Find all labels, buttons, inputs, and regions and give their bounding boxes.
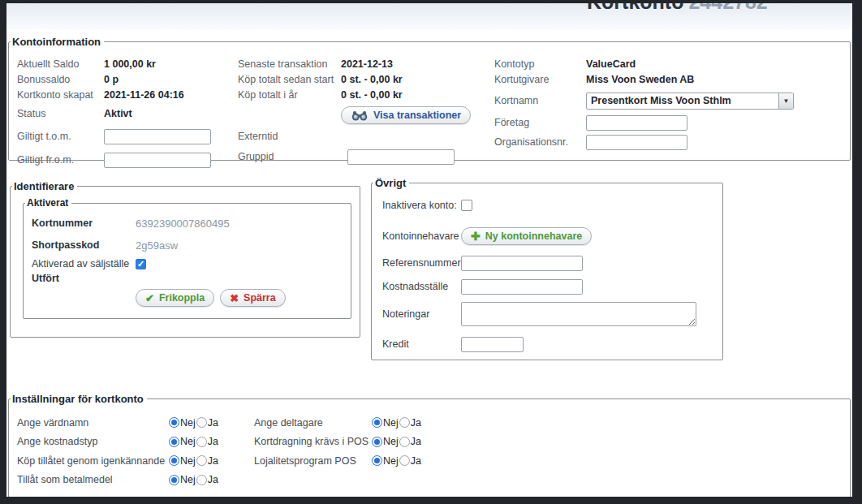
aktuellt-saldo-value: 1 000,00 kr (104, 58, 156, 70)
visa-transaktioner-button[interactable]: Visa transaktioner (341, 106, 471, 124)
account-number: 2442782 (688, 3, 767, 13)
ovrigt-legend: Övrigt (373, 177, 409, 189)
kortutgivare-row: Kortutgivare Miss Voon Sweden AB (494, 71, 848, 87)
kop-totalt-i-ar-row: Köp totalt i år 0 st. - 0,00 kr (238, 87, 498, 102)
frikoppla-button[interactable]: ✔ Frikoppla (136, 289, 214, 307)
ny-kontoinnehavare-button[interactable]: ✚ Ny kontoinnehavare (461, 227, 592, 245)
installningar-section: Inställningar för kortkonto Ange värdnam… (8, 393, 851, 497)
shortpasskod-label: Shortpasskod (32, 239, 136, 251)
gruppid-row: Gruppid (238, 149, 498, 165)
ange-vardnamn-radio-ja[interactable] (196, 417, 207, 428)
kortnamn-row: Kortnamn Presentkort Miss Voon Sthlm ▼ (494, 92, 848, 110)
ange-kostnadstyp-row: Ange kostnadstyp Nej Ja (17, 433, 219, 452)
giltigt-tom-label: Giltigt t.o.m. (17, 131, 104, 142)
installningar-column-1: Ange värdnamn Nej Ja Ange kostnadstyp Ne… (17, 413, 219, 489)
lojalitetsprogram-pos-radio-ja[interactable] (399, 455, 410, 466)
kortdragning-kravs-row: Kortdragning krävs i POS Nej Ja (254, 433, 422, 452)
kostnadsstalle-input[interactable] (461, 279, 583, 295)
kontoinnehavare-label: Kontoinnehavare (382, 230, 461, 242)
kop-totalt-i-ar-value: 0 st. - 0,00 kr (341, 89, 403, 101)
noteringar-label: Noteringar (382, 308, 461, 320)
kortnamn-dropdown-button[interactable]: ▼ (778, 93, 793, 109)
tillat-som-betalmedel-radio-nej[interactable] (169, 475, 179, 485)
kontoinformation-section: Kontoinformation Aktuellt Saldo 1 000,00… (8, 36, 851, 161)
installningar-column-2: Ange deltagare Nej Ja Kortdragning krävs… (254, 413, 422, 471)
kredit-label: Kredit (382, 338, 461, 350)
visa-transaktioner-label: Visa transaktioner (373, 110, 461, 121)
aktiverat-legend: Aktiverat (25, 197, 71, 209)
aktiverat-buttons-row: ✔ Frikoppla ✖ Spärra (136, 289, 351, 307)
ange-deltagare-row: Ange deltagare Nej Ja (254, 413, 422, 433)
sparra-label: Spärra (244, 292, 276, 304)
organisationsnr-input[interactable] (586, 135, 687, 150)
kortnummer-value: 6392390007860495 (136, 218, 230, 230)
ny-kontoinnehavare-label: Ny kontoinnehavare (485, 230, 582, 242)
ovrigt-section: Övrigt Inaktivera konto: Kontoinnehavare… (371, 177, 723, 360)
kortkonto-skapat-value: 2021-11-26 04:16 (104, 89, 184, 101)
ange-vardnamn-row: Ange värdnamn Nej Ja (17, 413, 219, 433)
radio-nej-label: Nej (383, 417, 399, 429)
kop-totalt-i-ar-label: Köp totalt i år (238, 89, 341, 101)
ange-kostnadstyp-radio-nej[interactable] (169, 437, 179, 447)
kortdragning-kravs-radio-nej[interactable] (372, 437, 382, 447)
kontoinformation-column-3: Kontotyp ValueCard Kortutgivare Miss Voo… (494, 56, 848, 150)
senaste-transaktion-value: 2021-12-13 (341, 58, 393, 70)
kredit-row: Kredit (382, 336, 722, 352)
kop-tillatet-radio-nej[interactable] (169, 455, 179, 466)
kop-tillatet-label: Köp tillåtet genom igenkännande (17, 455, 169, 467)
radio-ja-label: Ja (208, 417, 218, 429)
ange-vardnamn-radio-nej[interactable] (169, 417, 179, 428)
tillat-som-betalmedel-row: Tillåt som betalmedel Nej Ja (17, 471, 219, 490)
radio-nej-label: Nej (383, 436, 399, 447)
aktiverat-subsection: Aktiverat Kortnummer 6392390007860495 Sh… (23, 197, 351, 319)
plus-icon: ✚ (471, 230, 481, 243)
gruppid-input[interactable] (347, 149, 455, 165)
lojalitetsprogram-pos-label: Lojalitetsprogram POS (254, 455, 372, 467)
status-row: Status Aktivt (17, 106, 236, 121)
shortpasskod-value: 2g59asw (136, 239, 178, 252)
lojalitetsprogram-pos-radio-nej[interactable] (372, 455, 382, 466)
kortdragning-kravs-radio-ja[interactable] (399, 437, 410, 447)
chevron-down-icon: ▼ (783, 97, 790, 105)
radio-ja-label: Ja (411, 436, 421, 447)
status-value: Aktivt (104, 108, 132, 119)
tillat-som-betalmedel-label: Tillåt som betalmedel (17, 474, 169, 485)
referensnummer-row: Referensnummer (382, 255, 722, 271)
giltigt-from-input[interactable] (104, 153, 211, 168)
kop-totalt-sedan-start-label: Köp totalt sedan start (238, 74, 341, 85)
ange-deltagare-radio-ja[interactable] (399, 417, 410, 428)
inaktivera-konto-row: Inaktivera konto: (382, 199, 722, 212)
lojalitetsprogram-pos-row: Lojalitetsprogram POS Nej Ja (254, 451, 422, 471)
radio-nej-label: Nej (180, 436, 196, 447)
ange-vardnamn-label: Ange värdnamn (17, 417, 169, 429)
kortnummer-label: Kortnummer (32, 218, 136, 229)
organisationsnr-label: Organisationsnr. (494, 136, 586, 148)
kortnamn-label: Kortnamn (494, 95, 586, 106)
kredit-input[interactable] (461, 337, 524, 352)
noteringar-row: Noteringar (382, 302, 722, 326)
foretag-input[interactable] (586, 115, 687, 131)
gruppid-label: Gruppid (238, 151, 341, 162)
sparra-button[interactable]: ✖ Spärra (220, 289, 286, 307)
noteringar-textarea[interactable] (461, 302, 696, 326)
kortkonto-skapat-label: Kortkonto skapat (17, 89, 104, 101)
foretag-row: Företag (494, 114, 848, 131)
identifierare-legend: Identifierare (12, 180, 77, 192)
referensnummer-input[interactable] (461, 256, 583, 271)
aktuellt-saldo-label: Aktuellt Saldo (17, 58, 104, 70)
kostnadsstalle-label: Kostnadsställe (382, 281, 461, 292)
radio-ja-label: Ja (411, 417, 421, 429)
aktiverad-av-saljstalle-checkbox[interactable] (136, 259, 146, 269)
foretag-label: Företag (494, 117, 586, 128)
kortnummer-row: Kortnummer 6392390007860495 (32, 215, 351, 231)
shortpasskod-row: Shortpasskod 2g59asw (32, 237, 351, 253)
ange-kostnadstyp-radio-ja[interactable] (196, 437, 207, 447)
kortnamn-select[interactable]: Presentkort Miss Voon Sthlm ▼ (586, 93, 794, 110)
giltigt-tom-input[interactable] (104, 129, 211, 144)
inaktivera-konto-checkbox[interactable] (461, 200, 472, 211)
ange-deltagare-radio-nej[interactable] (372, 417, 382, 428)
kontoinformation-column-2: Senaste transaktion 2021-12-13 Köp total… (238, 56, 498, 165)
tillat-som-betalmedel-radio-ja[interactable] (196, 475, 207, 485)
radio-ja-label: Ja (411, 455, 421, 467)
kop-tillatet-radio-ja[interactable] (196, 455, 207, 466)
